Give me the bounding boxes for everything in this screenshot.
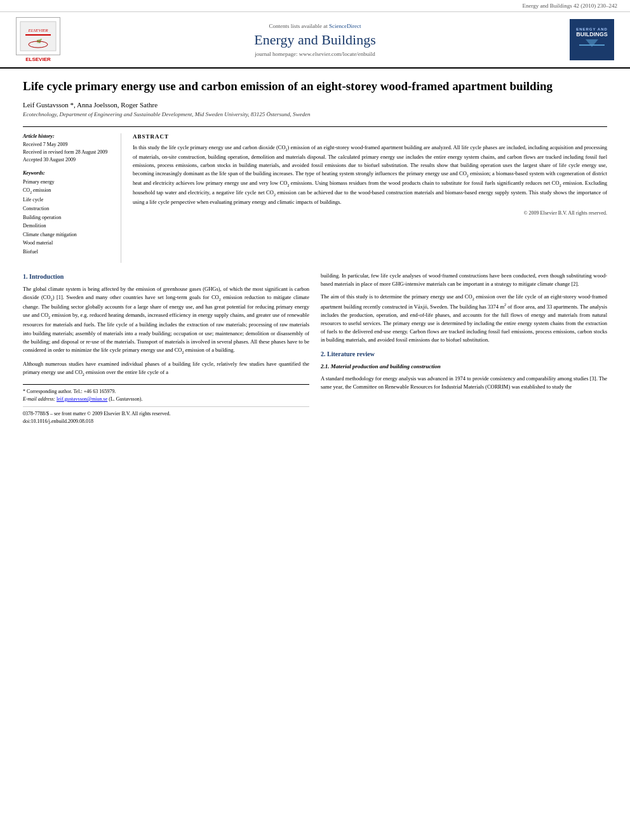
kw-4: Construction <box>23 204 114 213</box>
keywords-section: Keywords: Primary energy CO2 emission Li… <box>23 170 114 257</box>
kw-2: CO2 emission <box>23 186 114 196</box>
kw-5: Building operation <box>23 213 114 222</box>
eb-logo-main-text: BUILDINGS <box>576 31 608 38</box>
article-authors: Leif Gustavsson *, Anna Joelsson, Roger … <box>23 101 607 109</box>
elsevier-label: ELSEVIER <box>25 57 51 62</box>
intro-right-para-1: building. In particular, few life cycle … <box>321 272 607 288</box>
article-info: Article history: Received 7 May 2009 Rec… <box>23 133 121 263</box>
elsevier-logo-image: ELSEVIER 🌿 <box>16 17 60 55</box>
col-left: 1. Introduction The global climate syste… <box>23 272 309 425</box>
footnote-corresponding: * Corresponding author. Tel.: +46 63 165… <box>23 388 309 396</box>
elsevier-logo-area: ELSEVIER 🌿 ELSEVIER <box>13 17 64 62</box>
intro-heading: 1. Introduction <box>23 272 309 282</box>
svg-rect-2 <box>25 34 51 36</box>
keywords-list: Primary energy CO2 emission Life cycle C… <box>23 178 114 257</box>
article-columns-wrapper: 1. Introduction The global climate syste… <box>0 272 630 425</box>
eb-logo-box: ENERGY AND BUILDINGS <box>570 19 614 60</box>
journal-reference: Energy and Buildings 42 (2010) 230–242 <box>0 0 630 12</box>
article-body: Article history: Received 7 May 2009 Rec… <box>23 126 607 263</box>
svg-rect-0 <box>20 22 56 51</box>
litreview-heading: 2. Literature review <box>321 349 607 359</box>
intro-para-2: Although numerous studies have examined … <box>23 360 309 378</box>
article-affiliation: Ecotechnology, Department of Engineering… <box>23 111 607 117</box>
revised-date: Received in revised form 28 August 2009 <box>23 149 114 156</box>
kw-7: Climate change mitigation <box>23 230 114 239</box>
col-right: building. In particular, few life cycle … <box>321 272 607 425</box>
eb-logo-area: ENERGY AND BUILDINGS <box>566 17 617 62</box>
journal-title: Energy and Buildings <box>254 32 375 48</box>
accepted-date: Accepted 30 August 2009 <box>23 156 114 164</box>
abstract-label: ABSTRACT <box>133 133 607 140</box>
kw-9: Biofuel <box>23 248 114 257</box>
intro-right-para-2: The aim of this study is to determine th… <box>321 293 607 345</box>
copyright-line: © 2009 Elsevier B.V. All rights reserved… <box>133 210 607 216</box>
kw-8: Wood material <box>23 239 114 248</box>
sciencedirect-line: Contents lists available at ScienceDirec… <box>269 23 361 29</box>
sciencedirect-link[interactable]: ScienceDirect <box>329 23 361 29</box>
keywords-label: Keywords: <box>23 170 114 176</box>
footnote-area: * Corresponding author. Tel.: +46 63 165… <box>23 384 309 403</box>
journal-ref-text: Energy and Buildings 42 (2010) 230–242 <box>522 3 617 9</box>
issn-text: 0378-7788/$ – see front matter © 2009 El… <box>23 410 309 418</box>
intro-para-1: The global climate system is being affec… <box>23 285 309 356</box>
page-container: Energy and Buildings 42 (2010) 230–242 E… <box>0 0 630 425</box>
two-col-section: 1. Introduction The global climate syste… <box>23 272 607 425</box>
kw-3: Life cycle <box>23 196 114 204</box>
kw-1: Primary energy <box>23 178 114 187</box>
journal-center: Contents lists available at ScienceDirec… <box>70 17 560 62</box>
footnote-email: E-mail address: leif.gustavsson@miun.se … <box>23 396 309 403</box>
svg-text:ELSEVIER: ELSEVIER <box>27 28 48 33</box>
history-section: Article history: Received 7 May 2009 Rec… <box>23 133 114 164</box>
article-main: Life cycle primary energy use and carbon… <box>0 69 630 263</box>
received-date: Received 7 May 2009 <box>23 141 114 149</box>
journal-top-bar: ELSEVIER 🌿 ELSEVIER Contents lists avail… <box>0 12 630 69</box>
article-title: Life cycle primary energy use and carbon… <box>23 79 607 95</box>
history-label: Article history: <box>23 133 114 139</box>
footer-issn-area: 0378-7788/$ – see front matter © 2009 El… <box>23 406 309 425</box>
abstract-section: ABSTRACT In this study the life cycle pr… <box>133 133 607 263</box>
litreview-para-1: A standard methodology for energy analys… <box>321 375 607 391</box>
litreview-subheading: 2.1. Material production and building co… <box>321 363 607 371</box>
abstract-text: In this study the life cycle primary ene… <box>133 143 607 206</box>
doi-text: doi:10.1016/j.enbuild.2009.08.018 <box>23 418 309 425</box>
svg-marker-6 <box>586 39 598 47</box>
kw-6: Demolition <box>23 222 114 230</box>
journal-homepage: journal homepage: www.elsevier.com/locat… <box>255 51 375 57</box>
